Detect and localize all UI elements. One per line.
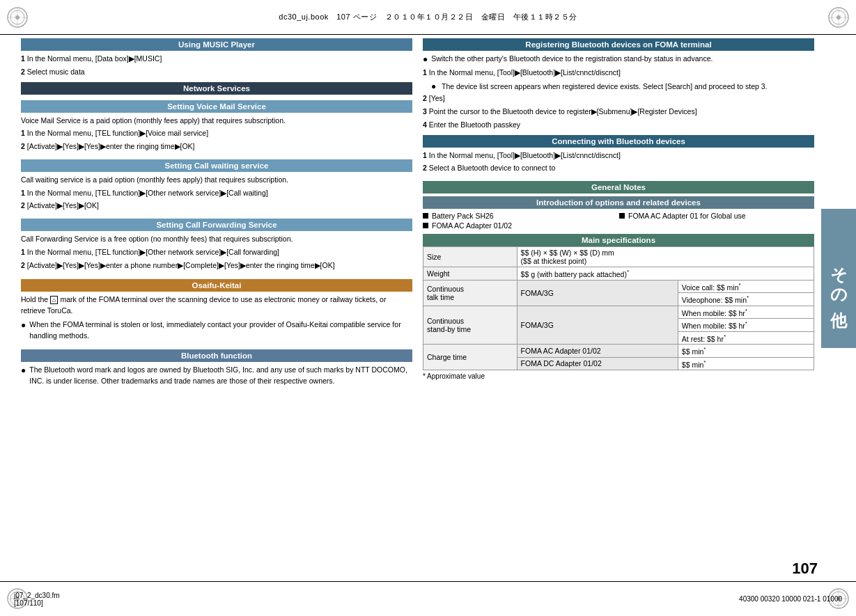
top-bar: dc30_uj.book 107 ページ ２０１０年１０月２２日 金曜日 午後１…	[0, 0, 856, 35]
square-bullet-icon	[619, 213, 625, 219]
intro-options-section: Introduction of options and related devi…	[423, 196, 814, 234]
reg-bt-bullet: ● Switch the other party's Bluetooth dev…	[423, 54, 814, 65]
call-waiting-section: Setting Call waiting service Call waitin…	[21, 157, 412, 216]
step-item: 2 [Activate]▶[Yes]▶[OK]	[21, 200, 412, 212]
step-item: 1 In the Normal menu, [Data box]▶[MUSIC]	[21, 54, 412, 65]
call-waiting-header: Setting Call waiting service	[21, 159, 412, 172]
size-label: Size	[423, 247, 518, 267]
registering-bluetooth-section: Registering Bluetooth devices on FOMA te…	[423, 38, 814, 135]
intro-options-header: Introduction of options and related devi…	[423, 196, 814, 209]
step-item: 2 [Activate]▶[Yes]▶[Yes]▶enter the ringi…	[21, 141, 412, 152]
using-music-header: Using MUSIC Player	[21, 38, 412, 51]
standby-rest: At rest: $$ hr*	[678, 331, 814, 345]
content-area: Using MUSIC Player 1 In the Normal menu,…	[21, 38, 814, 578]
main-specs-section: Main specifications Size $$ (H) × $$ (W)…	[423, 234, 814, 380]
sub-bullet-item: ● The device list screen appears when re…	[431, 81, 814, 93]
voice-mail-header: Setting Voice Mail Service	[21, 100, 412, 113]
osaifu-header: Osaifu-Keitai	[21, 279, 412, 292]
general-notes-header: General Notes	[423, 181, 814, 194]
bluetooth-bullet: ● The Bluetooth word mark and logos are …	[21, 365, 412, 387]
talk-time-voice: Voice call: $$ min*	[678, 280, 814, 293]
standby-mobile2: When mobile: $$ hr*	[678, 319, 814, 332]
table-row: Charge time FOMA AC Adapter 01/02 $$ min…	[423, 345, 814, 358]
using-music-section: Using MUSIC Player 1 In the Normal menu,…	[21, 38, 412, 82]
osaifu-bullet: ● When the FOMA terminal is stolen or lo…	[21, 319, 412, 342]
intro-options-content: Battery Pack SH26 FOMA AC Adapter 01 for…	[423, 212, 814, 230]
connecting-bluetooth-header: Connecting with Bluetooth devices	[423, 135, 814, 148]
network-services-section: Network Services	[21, 82, 412, 97]
bluetooth-content: ● The Bluetooth word mark and logos are …	[21, 365, 412, 387]
bottom-left-text: j07_2_dc30.fm [107/110]	[14, 592, 60, 607]
main-specs-header: Main specifications	[423, 234, 814, 246]
charge-sub1: FOMA AC Adapter 01/02	[517, 345, 678, 358]
right-column: Registering Bluetooth devices on FOMA te…	[423, 38, 814, 578]
osaifu-content: Hold the ⌂ mark of the FOMA terminal ove…	[21, 294, 412, 341]
osaifu-main-text: Hold the ⌂ mark of the FOMA terminal ove…	[21, 294, 412, 317]
square-bullet-icon	[423, 213, 428, 219]
step-item: 4 Enter the Bluetooth passkey	[423, 120, 814, 131]
intro-item: FOMA AC Adapter 01 for Global use	[619, 212, 814, 220]
step-item: 1 In the Normal menu, [TEL function]▶[Ot…	[21, 188, 412, 199]
talk-time-video: Videophone: $$ min*	[678, 293, 814, 306]
step-item: 3 Point the cursor to the Bluetooth devi…	[423, 106, 814, 118]
left-column: Using MUSIC Player 1 In the Normal menu,…	[21, 38, 412, 578]
table-row: Continuoustalk time FOMA/3G Voice call: …	[423, 280, 814, 293]
charge-value1: $$ min*	[678, 345, 814, 358]
table-row: Continuousstand-by time FOMA/3G When mob…	[423, 306, 814, 319]
connecting-bluetooth-section: Connecting with Bluetooth devices 1 In t…	[423, 135, 814, 179]
charge-value2: $$ min*	[678, 357, 814, 370]
charge-label: Charge time	[423, 345, 518, 370]
specs-footnote: * Approximate value	[423, 372, 814, 380]
call-forwarding-content: Call Forwarding Service is a free option…	[21, 234, 412, 271]
bluetooth-header: Bluetooth function	[21, 349, 412, 362]
registering-bluetooth-content: ● Switch the other party's Bluetooth dev…	[423, 54, 814, 131]
top-bar-text: dc30_uj.book 107 ページ ２０１０年１０月２２日 金曜日 午後１…	[279, 12, 577, 22]
step-item: 1 In the Normal menu, [Tool]▶[Bluetooth]…	[423, 68, 814, 79]
bluetooth-section: Bluetooth function ● The Bluetooth word …	[21, 349, 412, 391]
weight-label: Weight	[423, 267, 518, 281]
specs-table: Size $$ (H) × $$ (W) × $$ (D) mm($$ at t…	[423, 246, 814, 370]
using-music-content: 1 In the Normal menu, [Data box]▶[MUSIC]…	[21, 54, 412, 78]
step-item: 1 In the Normal menu, [TEL function]▶[Ot…	[21, 247, 412, 258]
step-item: 1 In the Normal menu, [Tool]▶[Bluetooth]…	[423, 150, 814, 161]
general-notes-section: General Notes	[423, 178, 814, 196]
voice-mail-content: Voice Mail Service is a paid option (mon…	[21, 116, 412, 152]
right-tab-text: その他	[827, 255, 850, 301]
step-item: 2 Select a Bluetooth device to connect t…	[423, 163, 814, 174]
bottom-bar: j07_2_dc30.fm [107/110] 40300 00320 1000…	[0, 581, 856, 616]
registering-bluetooth-header: Registering Bluetooth devices on FOMA te…	[423, 38, 814, 51]
osaifu-section: Osaifu-Keitai Hold the ⌂ mark of the FOM…	[21, 279, 412, 345]
intro-item: FOMA AC Adapter 01/02	[423, 221, 618, 230]
talk-time-label: Continuoustalk time	[423, 280, 518, 306]
call-waiting-content: Call waiting service is a paid option (m…	[21, 175, 412, 212]
network-services-header: Network Services	[21, 82, 412, 95]
table-row: Weight $$ g (with battery pack attached)…	[423, 267, 814, 281]
right-tab: その他	[821, 209, 856, 348]
call-forwarding-header: Setting Call Forwarding Service	[21, 219, 412, 231]
connecting-bluetooth-content: 1 In the Normal menu, [Tool]▶[Bluetooth]…	[423, 150, 814, 175]
standby-label: Continuousstand-by time	[423, 306, 518, 345]
table-row: Size $$ (H) × $$ (W) × $$ (D) mm($$ at t…	[423, 247, 814, 267]
call-waiting-description: Call waiting service is a paid option (m…	[21, 175, 412, 186]
call-forwarding-section: Setting Call Forwarding Service Call For…	[21, 216, 412, 275]
intro-item: Battery Pack SH26	[423, 212, 618, 220]
voice-mail-description: Voice Mail Service is a paid option (mon…	[21, 116, 412, 127]
call-forwarding-description: Call Forwarding Service is a free option…	[21, 234, 412, 245]
standby-sub: FOMA/3G	[517, 306, 678, 345]
voice-mail-section: Setting Voice Mail Service Voice Mail Se…	[21, 97, 412, 157]
talk-time-sub: FOMA/3G	[517, 280, 678, 306]
standby-mobile1: When mobile: $$ hr*	[678, 306, 814, 319]
square-bullet-icon	[423, 223, 428, 228]
weight-value: $$ g (with battery pack attached)*	[517, 267, 814, 281]
bottom-right-text: 40300 00320 10000 021-1 01000	[739, 595, 842, 603]
step-item: 2 Select music data	[21, 67, 412, 78]
step-item: 2 [Yes]	[423, 93, 814, 104]
step-item: 2 [Activate]▶[Yes]▶[Yes]▶enter a phone n…	[21, 260, 412, 271]
size-value: $$ (H) × $$ (W) × $$ (D) mm($$ at thicke…	[517, 247, 814, 267]
step-item: 1 In the Normal menu, [TEL function]▶[Vo…	[21, 128, 412, 139]
charge-sub2: FOMA DC Adapter 01/02	[517, 357, 678, 370]
